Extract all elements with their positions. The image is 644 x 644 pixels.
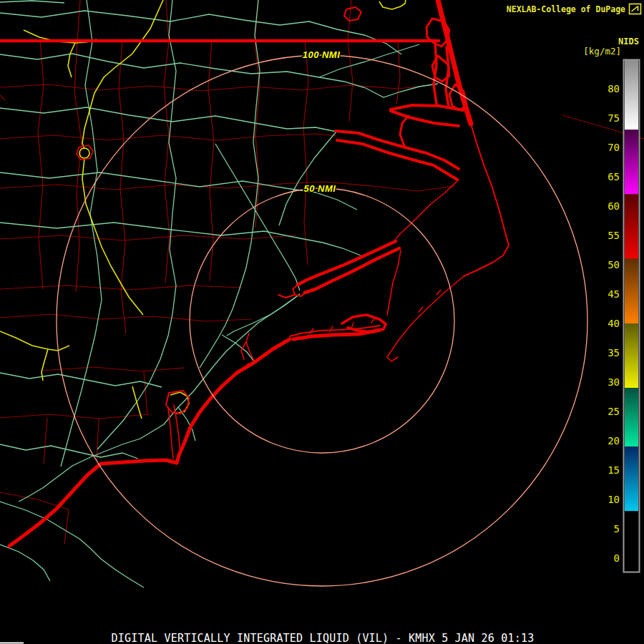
coastline-path [310,328,313,333]
roads-path [222,335,254,361]
coastline-path [305,248,399,293]
coastline-path [351,323,353,328]
coastline-path [400,116,409,147]
colorbar-segment-85-73 [625,59,638,130]
roads-path [19,294,300,502]
colorbar-tick-35: 35 [608,347,620,358]
county-borders-path [64,509,69,544]
coastline-path [246,333,255,362]
coastline-path [278,295,295,298]
highways-layer [0,0,406,419]
colorbar-segment-29-19 [625,388,638,447]
radar-map-canvas: 50 NMI 100 NMI NEXLAB-College of DuPage … [0,0,644,644]
pamlico-river-shore [336,131,459,169]
colorbar-tick-45: 45 [608,288,620,300]
colorbar: NIDS [kg/m2] 807570656055504540353025201… [583,36,639,572]
highways-path [379,0,406,9]
colorbar-tick-70: 70 [608,142,620,153]
county-borders-path [38,41,44,289]
colorbar-tick-30: 30 [608,376,620,388]
coastline-path [434,43,436,104]
county-borders-path [348,0,353,122]
cod-flag-icon-path [632,6,638,12]
colorbar-tick-0: 0 [614,552,620,564]
highways-path [132,386,142,419]
county-borders-path [43,367,185,371]
colorbar-tick-20: 20 [608,435,620,447]
coastline-path [391,111,459,126]
roads-path [0,502,144,587]
roads-path [0,545,50,581]
roads-path [279,132,336,225]
county-borders-path [74,0,82,292]
colorbar-tick-40: 40 [608,318,620,329]
roads-path [0,1,64,3]
range-ring-label-50: 50 NMI [304,183,336,194]
highways-path [82,158,143,315]
coastline-path [446,47,449,107]
roads-path [200,0,260,368]
product-title: DIGITAL VERTICALLY INTEGRATED LIQUID (VI… [112,632,535,644]
colorbar-segment-19-8 [625,447,638,511]
radar-display: 50 NMI 100 NMI NEXLAB-College of DuPage … [0,0,644,644]
neuse-river-shore [298,241,396,285]
roads-path [227,294,300,336]
coastline-path [436,290,441,295]
cod-flag-icon [630,4,641,14]
colorbar-tick-65: 65 [608,171,620,182]
core-banks-coast [387,276,464,361]
coastline-path [387,250,401,315]
coastline-path [330,326,333,332]
city-ring-road [79,148,89,158]
colorbar-tick-75: 75 [608,112,620,124]
colorbar-tick-25: 25 [608,406,620,417]
wilmington-boundary [166,391,189,414]
coastline-path [419,307,423,312]
county-borders-path [44,418,47,464]
colorbar-units: [kg/m2] [583,46,621,57]
coastline-path [371,318,375,323]
county-borders-path [144,371,147,415]
roads-path [61,0,102,467]
county-borders-path [0,95,5,100]
county-borders-path [0,314,252,321]
colorbar-segment-51-40 [625,259,638,323]
colorbar-tick-80: 80 [608,83,620,94]
colorbar-tick-5: 5 [614,523,620,535]
roads-path [0,373,162,387]
bogue-banks-coast [293,330,380,339]
colorbar-title: NIDS [618,36,639,47]
highways-path [0,331,69,351]
colorbar-tick-15: 15 [608,464,620,476]
hatteras-coast [464,124,509,276]
colorbar-tick-10: 10 [608,494,620,505]
colorbar-tick-labels: 80757065605550454035302520151050 [608,83,620,564]
colorbar-segment-62-51 [625,195,638,259]
colorbar-segments [625,59,638,570]
brand-text: NEXLAB-College of DuPage [507,4,625,14]
colorbar-tick-60: 60 [608,200,620,212]
range-ring-label-100: 100 NMI [303,49,341,60]
colorbar-tick-50: 50 [608,259,620,270]
colorbar-segment-8--2 [625,511,638,570]
colorbar-tick-55: 55 [608,230,620,241]
highways-path [68,43,75,77]
colorbar-segment-40-29 [625,323,638,388]
county-borders-path [0,182,418,191]
coastline-path [344,7,361,21]
coastline-path [396,180,459,239]
colorbar-segment-73-62 [625,130,638,194]
roads-path [0,11,401,54]
